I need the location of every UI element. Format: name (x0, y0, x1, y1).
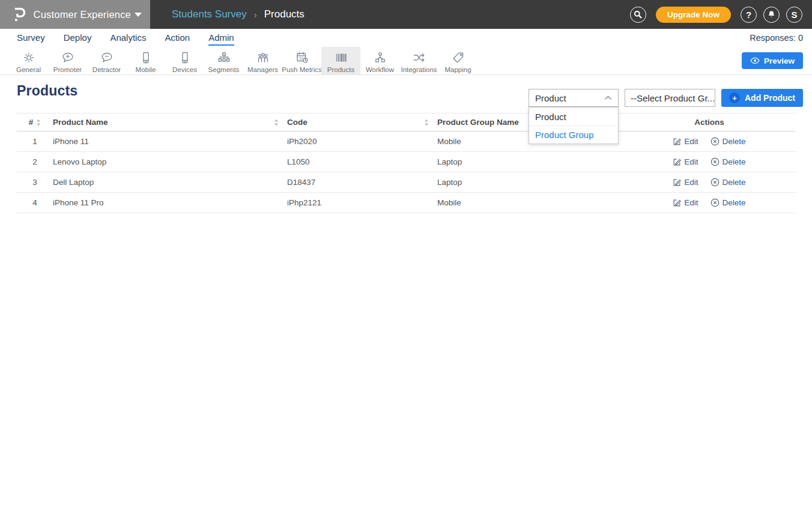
nav-tab-deploy[interactable]: Deploy (64, 30, 92, 46)
tab-label: Push Metrics (282, 66, 321, 73)
tab-label: Mapping (444, 66, 471, 73)
tab-workflow[interactable]: Workflow (360, 47, 399, 74)
delete-label: Delete (723, 198, 746, 207)
sort-icon[interactable] (36, 119, 41, 126)
col-actions: Actions (694, 118, 724, 127)
speech-minus-icon (100, 50, 114, 65)
tab-integrations[interactable]: Integrations (399, 47, 438, 74)
tab-devices[interactable]: Devices (165, 47, 204, 74)
product-name: iPhone 11 Pro (53, 198, 104, 207)
upgrade-now-button[interactable]: Upgrade Now (656, 7, 731, 23)
delete-label: Delete (723, 178, 746, 187)
delete-link[interactable]: Delete (710, 137, 746, 146)
nav-tab-admin[interactable]: Admin (208, 30, 234, 46)
notifications-button[interactable] (763, 7, 780, 23)
edit-icon (673, 138, 681, 146)
help-icon: ? (746, 10, 751, 20)
user-avatar[interactable]: S (786, 7, 802, 23)
delete-icon (710, 137, 720, 146)
tab-managers[interactable]: Managers (243, 47, 282, 74)
dropdown-option-product[interactable]: Product (529, 107, 618, 125)
row-num: 3 (32, 178, 37, 187)
breadcrumb-survey-link[interactable]: Students Survey (172, 8, 247, 20)
product-type-dropdown-list: Product Product Group (529, 107, 619, 144)
sort-icon[interactable] (274, 119, 279, 126)
breadcrumb-separator: › (254, 10, 257, 20)
tab-label: Products (327, 66, 354, 73)
edit-label: Edit (684, 157, 698, 166)
tab-promoter[interactable]: Promoter (48, 47, 87, 74)
product-group: Laptop (437, 178, 462, 187)
delete-link[interactable]: Delete (710, 178, 746, 187)
tab-mapping[interactable]: Mapping (438, 47, 477, 74)
row-num: 1 (32, 137, 37, 146)
tab-segments[interactable]: Segments (204, 47, 243, 74)
org-chart-icon (217, 50, 231, 65)
tab-detractor[interactable]: Detractor (87, 47, 126, 74)
nav-tab-action[interactable]: Action (165, 30, 190, 46)
product-group: Mobile (437, 137, 461, 146)
delete-link[interactable]: Delete (710, 198, 746, 207)
edit-link[interactable]: Edit (673, 178, 698, 187)
search-button[interactable] (630, 7, 646, 23)
chevron-up-icon (604, 95, 612, 100)
eye-icon (750, 57, 760, 64)
admin-toolbar: General Promoter Detractor Mobile Device… (0, 47, 812, 75)
col-num[interactable]: # (29, 118, 34, 127)
edit-link[interactable]: Edit (673, 157, 698, 166)
responses-count: Responses: 0 (750, 33, 803, 43)
tab-products[interactable]: Products (321, 47, 360, 74)
mobile-icon (139, 50, 153, 65)
tab-label: Managers (247, 66, 278, 73)
product-group: Mobile (437, 198, 461, 207)
speech-plus-icon (61, 50, 75, 65)
people-icon (256, 50, 270, 65)
device-icon (178, 50, 192, 65)
products-table: # Product Name Code Product Group Name (17, 113, 795, 213)
delete-icon (710, 198, 720, 207)
preview-button[interactable]: Preview (742, 52, 803, 69)
brand-label: Customer Experience (34, 9, 131, 20)
avatar-initial: S (791, 10, 797, 20)
product-name: Dell Laptop (53, 178, 94, 187)
table-row: 4 iPhone 11 Pro iPhp2121 Mobile Edit Del… (17, 193, 795, 213)
tab-general[interactable]: General (9, 47, 48, 74)
dropdown-option-product-group[interactable]: Product Group (529, 125, 618, 144)
col-product-name[interactable]: Product Name (53, 118, 108, 127)
tab-label: Integrations (401, 66, 437, 73)
product-group-select[interactable]: --Select Product Gr... (625, 89, 715, 107)
row-num: 2 (32, 157, 37, 166)
table-header-row: # Product Name Code Product Group Name (17, 113, 795, 132)
tab-mobile[interactable]: Mobile (126, 47, 165, 74)
delete-label: Delete (723, 137, 746, 146)
nav-tab-survey[interactable]: Survey (17, 30, 45, 46)
tab-label: Devices (172, 66, 197, 73)
header-actions: Upgrade Now ? S (630, 0, 812, 29)
tab-label: Detractor (92, 66, 121, 73)
table-row: 3 Dell Laptop D18437 Laptop Edit Delete (17, 172, 795, 193)
help-button[interactable]: ? (741, 7, 757, 23)
product-switcher[interactable]: Customer Experience (0, 0, 150, 29)
delete-icon (710, 178, 720, 187)
edit-icon (673, 158, 681, 166)
gear-icon (22, 50, 36, 65)
edit-link[interactable]: Edit (673, 137, 698, 146)
tab-label: General (16, 66, 41, 73)
edit-icon (673, 199, 681, 207)
product-type-dropdown-trigger[interactable]: Product (529, 89, 619, 107)
add-product-button[interactable]: + Add Product (721, 89, 803, 107)
col-code[interactable]: Code (287, 118, 308, 127)
tab-push-metrics[interactable]: 31 Push Metrics (282, 47, 321, 74)
delete-label: Delete (723, 157, 746, 166)
product-code: iPh2020 (287, 137, 317, 146)
edit-label: Edit (684, 178, 698, 187)
tab-label: Mobile (136, 66, 156, 73)
breadcrumb: Students Survey › Products (172, 0, 304, 29)
product-code: L1050 (287, 157, 310, 166)
sort-icon[interactable] (424, 119, 429, 126)
product-group: Laptop (437, 157, 462, 166)
top-header: Customer Experience Students Survey › Pr… (0, 0, 812, 29)
nav-tab-analytics[interactable]: Analytics (110, 30, 146, 46)
delete-link[interactable]: Delete (710, 157, 746, 166)
edit-link[interactable]: Edit (673, 198, 698, 207)
